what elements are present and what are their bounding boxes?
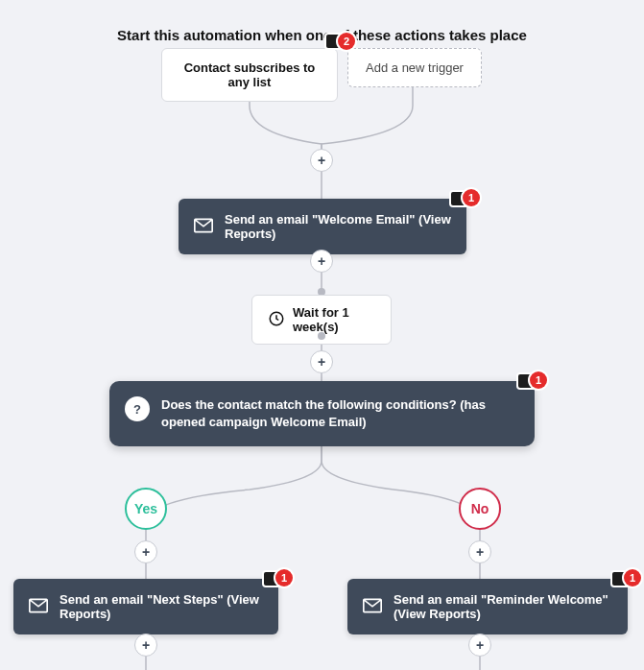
question-icon: ?	[125, 396, 150, 421]
wait-label: Wait for 1 week(s)	[293, 305, 375, 334]
add-step-button-1[interactable]: +	[310, 149, 333, 172]
email1-badge: 1	[463, 189, 480, 206]
add-step-button-no[interactable]: +	[468, 540, 491, 563]
add-step-button-yes[interactable]: +	[134, 540, 157, 563]
email-yes-badge: 1	[275, 569, 293, 586]
trigger-badge: 2	[338, 33, 355, 50]
email-welcome-label: Send an email "Welcome Email" (View Repo…	[225, 212, 451, 241]
email-no-badge: 1	[624, 569, 641, 586]
clock-icon	[268, 310, 285, 330]
branch-yes-button[interactable]: Yes	[125, 488, 167, 530]
mail-icon	[29, 598, 48, 616]
add-trigger-card[interactable]: Add a new trigger	[347, 48, 482, 87]
add-step-button-2[interactable]: +	[310, 250, 333, 273]
branch-yes-label: Yes	[134, 501, 157, 516]
add-trigger-label: Add a new trigger	[366, 60, 464, 75]
trigger-subscribe-label: Contact subscribes to any list	[184, 60, 316, 89]
email-yes-card[interactable]: Send an email "Next Steps" (View Reports…	[13, 579, 278, 634]
mail-icon	[194, 218, 213, 236]
email-welcome-card[interactable]: Send an email "Welcome Email" (View Repo…	[179, 199, 466, 254]
email-no-card[interactable]: Send an email "Reminder Welcome" (View R…	[347, 579, 628, 634]
mail-icon	[363, 598, 382, 616]
connector-dot-2	[318, 332, 325, 340]
condition-card[interactable]: ? Does the contact match the following c…	[109, 381, 535, 446]
condition-badge: 1	[530, 371, 547, 389]
branch-no-label: No	[471, 501, 489, 516]
branch-no-button[interactable]: No	[459, 488, 501, 530]
add-step-button-3[interactable]: +	[310, 350, 333, 373]
email-no-label: Send an email "Reminder Welcome" (View R…	[394, 592, 612, 621]
add-step-button-yes-after[interactable]: +	[134, 634, 157, 657]
trigger-subscribe-card[interactable]: Contact subscribes to any list	[161, 48, 338, 102]
automation-title: Start this automation when one of these …	[0, 27, 644, 43]
email-yes-label: Send an email "Next Steps" (View Reports…	[60, 592, 263, 621]
add-step-button-no-after[interactable]: +	[468, 634, 491, 657]
condition-label: Does the contact match the following con…	[161, 396, 519, 431]
automation-canvas: Start this automation when one of these …	[0, 0, 644, 670]
